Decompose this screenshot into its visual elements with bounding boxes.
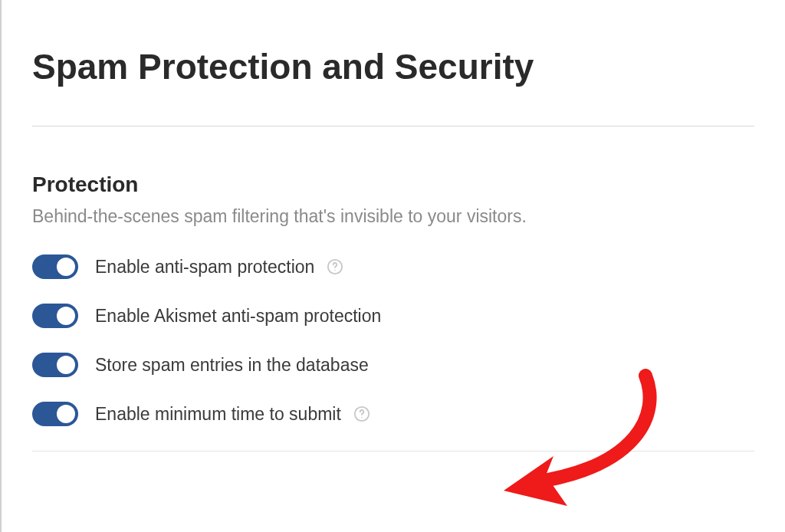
divider xyxy=(32,126,754,126)
toggle-anti-spam[interactable] xyxy=(32,255,78,279)
toggle-label-akismet: Enable Akismet anti-spam protection xyxy=(95,306,381,327)
toggle-row-store-spam: Store spam entries in the database xyxy=(32,353,754,377)
toggle-label-min-time: Enable minimum time to submit xyxy=(95,404,341,425)
page-title: Spam Protection and Security xyxy=(32,46,754,87)
toggle-knob xyxy=(57,258,75,276)
section-title-protection: Protection xyxy=(32,172,754,197)
toggle-label-anti-spam: Enable anti-spam protection xyxy=(95,257,314,277)
toggle-row-min-time: Enable minimum time to submit xyxy=(32,402,754,426)
toggle-akismet[interactable] xyxy=(32,304,78,328)
help-icon[interactable] xyxy=(327,258,343,275)
svg-point-3 xyxy=(361,417,362,418)
toggle-knob xyxy=(57,307,75,325)
help-icon[interactable] xyxy=(353,406,370,422)
toggle-min-time[interactable] xyxy=(32,402,78,426)
toggle-store-spam[interactable] xyxy=(32,353,78,377)
toggle-knob xyxy=(57,405,75,423)
toggle-row-anti-spam: Enable anti-spam protection xyxy=(32,255,754,279)
toggle-label-store-spam: Store spam entries in the database xyxy=(95,355,369,376)
section-subtitle-protection: Behind-the-scenes spam filtering that's … xyxy=(32,206,754,227)
svg-point-1 xyxy=(335,270,336,271)
toggle-row-akismet: Enable Akismet anti-spam protection xyxy=(32,304,754,328)
toggle-knob xyxy=(57,356,75,374)
bottom-divider xyxy=(32,451,754,452)
